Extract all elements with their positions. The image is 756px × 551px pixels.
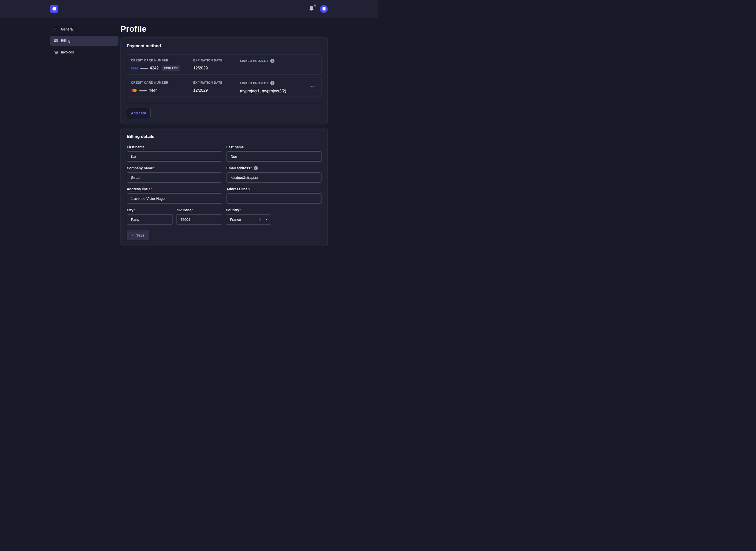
card-last4: 4242 xyxy=(150,66,159,70)
card-actions-menu-button[interactable]: ••• xyxy=(309,83,317,91)
zip-label: ZIP Code xyxy=(176,208,191,212)
last-name-field-group: Last name xyxy=(227,145,322,162)
clear-icon[interactable]: ✕ xyxy=(258,217,262,222)
sidebar-item-billing[interactable]: Billing xyxy=(50,36,118,46)
billing-details-title: Billing details xyxy=(127,134,321,139)
company-name-field-group: Company name * xyxy=(127,166,222,182)
save-button-label: Save xyxy=(136,233,145,237)
sidebar-item-label: General xyxy=(61,27,73,31)
address-line1-label: Address line 1 xyxy=(127,187,151,191)
user-avatar[interactable] xyxy=(320,5,328,13)
credit-card-row-mastercard: CREDIT CARD NUMBER •••• 4444 EXPIRAT xyxy=(127,77,321,97)
country-select[interactable]: France ✕ ▼ xyxy=(226,214,271,224)
settings-sidebar: General Billing $ xyxy=(50,24,118,250)
billing-details-panel: Billing details First name Last name Com… xyxy=(120,128,328,246)
notifications-button[interactable] xyxy=(309,5,314,12)
credit-card-icon xyxy=(54,39,58,43)
linked-project-header: LINKED PROJECT xyxy=(240,59,268,63)
company-name-input[interactable] xyxy=(127,172,222,182)
avatar-strapi-icon xyxy=(320,5,328,13)
first-name-field-group: First name xyxy=(127,145,222,162)
expiration-date-header: EXPIRATION DATE xyxy=(193,81,240,84)
card-number-cell: CREDIT CARD NUMBER •••• 4444 xyxy=(131,81,193,93)
primary-badge: PRIMARY xyxy=(162,65,180,71)
address-line1-input[interactable] xyxy=(127,193,222,203)
strapi-logo[interactable] xyxy=(50,5,58,13)
chevron-down-icon[interactable]: ▼ xyxy=(265,218,267,221)
sidebar-item-invoices[interactable]: $ Invoices xyxy=(50,47,118,57)
content-shell: General Billing $ xyxy=(0,18,378,250)
credit-card-number-header: CREDIT CARD NUMBER xyxy=(131,59,193,62)
country-selected-value: France xyxy=(230,217,258,221)
payment-method-title: Payment method xyxy=(127,43,321,48)
required-asterisk: * xyxy=(240,208,241,212)
visa-logo: VISA xyxy=(131,66,138,70)
credit-card-row-visa: CREDIT CARD NUMBER VISA •••• 4242 PRIMAR… xyxy=(127,54,321,75)
sidebar-item-label: Billing xyxy=(61,39,70,43)
sidebar-item-general[interactable]: General xyxy=(50,24,118,34)
city-field-group: City * xyxy=(127,208,173,224)
expiration-value: 12/2029 xyxy=(193,65,240,71)
address-line2-field-group: Address line 2 xyxy=(227,187,322,203)
linked-project-cell: LINKED PROJECT i - xyxy=(240,59,317,72)
address-line1-field-group: Address line 1 * xyxy=(127,187,222,203)
required-asterisk: * xyxy=(134,208,135,212)
linked-project-header: LINKED PROJECT xyxy=(240,81,268,85)
mastercard-logo xyxy=(131,88,137,93)
zip-input[interactable] xyxy=(176,214,222,224)
masked-digits: •••• xyxy=(140,66,148,70)
notification-unread-dot xyxy=(314,4,316,6)
required-asterisk: * xyxy=(151,187,152,191)
expiration-date-header: EXPIRATION DATE xyxy=(193,59,240,62)
app-header xyxy=(0,0,378,18)
country-label: Country xyxy=(226,208,239,212)
save-button[interactable]: ✓ Save xyxy=(127,230,149,240)
masked-digits: •••• xyxy=(139,88,147,93)
email-field-group: Email address * i xyxy=(227,166,322,182)
zip-field-group: ZIP Code * xyxy=(176,208,222,224)
required-asterisk: * xyxy=(250,166,252,170)
add-card-button[interactable]: Add card xyxy=(127,108,151,118)
linked-project-value: myproject1, myproject2(2) xyxy=(240,88,317,94)
email-label: Email address xyxy=(227,166,250,170)
first-name-label: First name xyxy=(127,145,222,149)
info-icon[interactable]: i xyxy=(254,166,258,170)
check-icon: ✓ xyxy=(131,233,134,237)
linked-project-cell: LINKED PROJECT i myproject1, myproject2(… xyxy=(240,81,317,94)
credit-card-number-header: CREDIT CARD NUMBER xyxy=(131,81,193,84)
bell-icon xyxy=(309,5,314,11)
expiration-value: 12/2029 xyxy=(193,87,240,93)
address-line2-label: Address line 2 xyxy=(227,187,322,191)
company-name-label: Company name xyxy=(127,166,153,170)
page-title: Profile xyxy=(120,24,328,34)
required-asterisk: * xyxy=(192,208,193,212)
strapi-logo-icon xyxy=(50,5,58,13)
city-label: City xyxy=(127,208,133,212)
info-icon[interactable]: i xyxy=(270,81,274,85)
svg-text:$: $ xyxy=(54,50,55,52)
last-name-label: Last name xyxy=(227,145,322,149)
address-line2-input[interactable] xyxy=(227,193,322,203)
info-icon[interactable]: i xyxy=(270,59,274,63)
first-name-input[interactable] xyxy=(127,151,222,162)
expiration-cell: EXPIRATION DATE 12/2029 xyxy=(193,59,240,71)
invoice-icon: $ xyxy=(54,50,58,54)
sliders-icon xyxy=(54,27,58,31)
expiration-cell: EXPIRATION DATE 12/2029 xyxy=(193,81,240,93)
country-field-group: Country * France ✕ ▼ xyxy=(226,208,271,224)
ellipsis-icon: ••• xyxy=(311,85,315,88)
city-input[interactable] xyxy=(127,214,173,224)
sidebar-item-label: Invoices xyxy=(61,50,74,54)
email-input[interactable] xyxy=(227,172,322,182)
card-last4: 4444 xyxy=(149,88,158,93)
required-asterisk: * xyxy=(153,166,154,170)
payment-method-panel: Payment method CREDIT CARD NUMBER VISA •… xyxy=(120,37,328,124)
last-name-input[interactable] xyxy=(227,151,322,162)
main-content: Profile Payment method CREDIT CARD NUMBE… xyxy=(120,24,328,250)
linked-project-value: - xyxy=(240,66,317,72)
card-number-cell: CREDIT CARD NUMBER VISA •••• 4242 PRIMAR… xyxy=(131,59,193,71)
